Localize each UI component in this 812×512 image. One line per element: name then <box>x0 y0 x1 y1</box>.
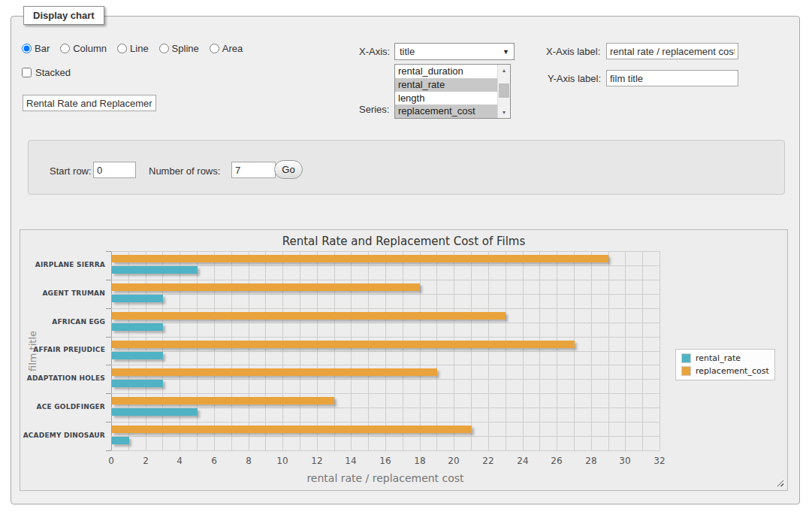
x-axis-tick-label: 26 <box>544 456 569 466</box>
category-label: AFFAIR PREJUDICE <box>21 346 105 353</box>
chart-type-bar[interactable]: Bar <box>22 43 50 54</box>
x-axis-tick-label: 24 <box>510 456 536 466</box>
category-label: ACE GOLDFINGER <box>21 403 105 411</box>
chart-legend: rental_ratereplacement_cost <box>675 349 775 380</box>
scroll-up-icon[interactable]: ▲ <box>498 65 510 76</box>
number-of-rows-label: Number of rows: <box>149 165 220 177</box>
series-scrollbar[interactable]: ▲ ▼ <box>497 65 510 118</box>
y-axis-tick <box>106 280 111 280</box>
chart-type-area[interactable]: Area <box>210 43 243 54</box>
chart-type-label: Bar <box>35 43 50 54</box>
gridline-horizontal <box>111 450 660 451</box>
bar-replacement_cost <box>112 368 437 376</box>
category-label: AGENT TRUMAN <box>21 289 105 297</box>
chart-x-axis-title: rental rate / replacement cost <box>111 472 660 484</box>
legend-item-rental_rate: rental_rate <box>681 353 769 363</box>
start-row-input[interactable] <box>93 162 136 178</box>
x-axis-tick-label: 20 <box>441 456 466 466</box>
y-axis-tick <box>106 365 111 365</box>
legend-item-replacement_cost: replacement_cost <box>681 366 769 376</box>
bar-rental_rate <box>112 323 163 331</box>
series-multiselect[interactable]: rental_durationrental_ratelengthreplacem… <box>394 64 511 119</box>
gridline-horizontal <box>111 422 660 423</box>
bar-rental_rate <box>112 352 163 359</box>
y-axis-label-caption: Y-Axis label: <box>548 73 601 84</box>
gridline-horizontal <box>111 308 660 309</box>
gridline-vertical <box>660 251 660 450</box>
bar-replacement_cost <box>112 397 334 404</box>
category-label: ADAPTATION HOLES <box>21 374 105 382</box>
stacked-checkbox[interactable] <box>22 68 32 77</box>
series-option-rental_rate[interactable]: rental_rate <box>395 78 497 92</box>
y-axis-label-input[interactable] <box>606 70 738 86</box>
gridline-horizontal <box>111 280 660 280</box>
x-axis-tick-label: 2 <box>133 456 158 466</box>
gridline-horizontal <box>111 351 660 352</box>
chart-type-line[interactable]: Line <box>117 43 149 54</box>
x-axis-tick-label: 18 <box>407 456 433 466</box>
category-label: AFRICAN EGG <box>21 318 105 326</box>
chart-type-label: Line <box>130 43 149 54</box>
display-chart-fieldset: Display chart BarColumnLineSplineArea St… <box>11 16 800 504</box>
y-axis-tick <box>106 450 111 451</box>
chart-type-radio-column[interactable] <box>60 44 70 53</box>
gridline-horizontal <box>111 323 660 323</box>
scroll-down-icon[interactable]: ▼ <box>498 107 510 118</box>
x-axis-tick-label: 6 <box>201 456 227 466</box>
x-axis-tick-label: 16 <box>373 456 398 466</box>
page: Display chart BarColumnLineSplineArea St… <box>0 0 812 512</box>
row-range-panel: Start row: Number of rows: Go <box>28 140 785 195</box>
x-axis-tick-label: 8 <box>236 456 261 466</box>
scrollbar-thumb[interactable] <box>499 83 509 98</box>
x-axis-label-caption: X-Axis label: <box>546 46 600 57</box>
x-axis-selected-value: title <box>400 46 415 57</box>
x-axis-tick-label: 12 <box>304 456 330 466</box>
category-label: ACADEMY DINOSAUR <box>21 432 105 439</box>
bar-rental_rate <box>112 380 163 387</box>
chart-type-column[interactable]: Column <box>60 43 107 54</box>
y-axis-tick <box>106 393 111 394</box>
bar-replacement_cost <box>112 255 608 262</box>
series-option-replacement_cost[interactable]: replacement_cost <box>395 105 497 118</box>
bar-replacement_cost <box>112 312 506 320</box>
bar-rental_rate <box>112 437 129 444</box>
x-axis-tick-label: 22 <box>475 456 501 466</box>
number-of-rows-input[interactable] <box>231 162 276 178</box>
chart-type-radio-line[interactable] <box>117 44 127 53</box>
y-axis-tick <box>106 337 111 338</box>
y-axis-tick <box>106 251 111 252</box>
go-button[interactable]: Go <box>274 160 303 179</box>
chart-type-radio-spline[interactable] <box>159 44 169 53</box>
x-axis-select-label: X-Axis: <box>359 46 390 57</box>
x-axis-select[interactable]: title ▼ <box>394 43 515 60</box>
series-option-length[interactable]: length <box>395 92 497 105</box>
gridline-horizontal <box>111 436 660 437</box>
chart-type-spline[interactable]: Spline <box>159 43 199 54</box>
chart-type-radio-area[interactable] <box>210 44 219 53</box>
legend-swatch-icon <box>681 353 691 363</box>
gridline-horizontal <box>111 337 660 338</box>
legend-swatch-icon <box>681 366 691 376</box>
chart-resize-handle[interactable] <box>775 478 783 486</box>
series-option-rental_duration[interactable]: rental_duration <box>395 65 497 78</box>
bar-replacement_cost <box>112 283 420 291</box>
x-axis-label-input[interactable] <box>606 43 738 59</box>
chart-plot-area <box>111 251 660 450</box>
chart-type-label: Column <box>73 43 107 54</box>
y-axis-tick <box>106 308 111 309</box>
x-axis-tick-label: 32 <box>647 456 672 466</box>
chart-title: Rental Rate and Replacement Cost of Film… <box>20 235 787 248</box>
legend-label: replacement_cost <box>696 366 769 376</box>
chart-title-input[interactable] <box>23 95 156 111</box>
bar-rental_rate <box>112 295 163 302</box>
series-options: rental_durationrental_ratelengthreplacem… <box>395 65 497 118</box>
gridline-horizontal <box>111 379 660 380</box>
y-axis-tick <box>106 422 111 423</box>
chart-panel: Rental Rate and Replacement Cost of Film… <box>20 229 788 491</box>
stacked-option[interactable]: Stacked <box>22 67 71 78</box>
chart-type-radio-bar[interactable] <box>22 44 32 53</box>
fieldset-title: Display chart <box>23 6 104 25</box>
chart-type-label: Area <box>222 43 243 54</box>
x-axis-tick-label: 30 <box>612 456 638 466</box>
x-axis-tick-label: 4 <box>167 456 192 466</box>
